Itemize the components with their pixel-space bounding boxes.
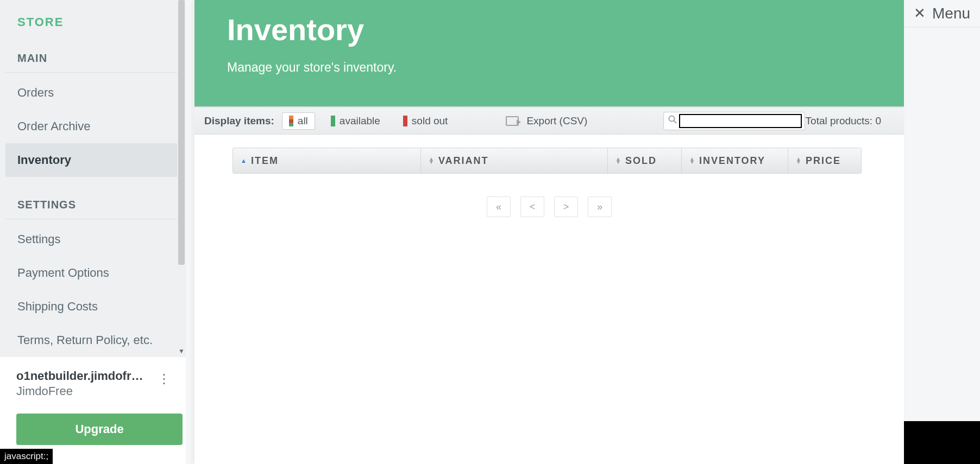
more-options-icon[interactable]: ⋮ (153, 369, 175, 389)
search-input[interactable] (679, 114, 802, 128)
site-plan: JimdoFree (16, 384, 147, 398)
sidebar-scroll: STORE MAIN Orders Order Archive Inventor… (0, 0, 186, 357)
pager-last-button[interactable]: » (588, 196, 612, 217)
svg-line-1 (674, 121, 677, 124)
upgrade-button[interactable]: Upgrade (16, 414, 183, 445)
page-title: Inventory (227, 12, 904, 47)
sidebar-item-payment-options[interactable]: Payment Options (5, 256, 180, 290)
col-inventory-label: INVENTORY (699, 155, 765, 167)
sidebar-scrollbar-down-icon[interactable]: ▼ (177, 347, 186, 356)
pager-first-button[interactable]: « (487, 196, 511, 217)
sidebar-item-terms[interactable]: Terms, Return Policy, etc. (5, 323, 180, 357)
pager-next-button[interactable]: > (554, 196, 578, 217)
col-item-label: ITEM (251, 155, 279, 167)
main-panel: Inventory Manage your store's inventory.… (194, 0, 904, 464)
export-icon (506, 116, 519, 126)
filter-soldout-label: sold out (412, 115, 448, 127)
bottom-right-strip (904, 421, 980, 464)
sidebar-footer: o1netbuilder.jimdofre... JimdoFree ⋮ Upg… (0, 357, 186, 464)
col-price-label: PRICE (806, 155, 841, 167)
svg-point-0 (669, 116, 675, 122)
sidebar: STORE MAIN Orders Order Archive Inventor… (0, 0, 186, 464)
browser-status-bar: javascript:; (0, 449, 53, 464)
sidebar-item-orders[interactable]: Orders (5, 76, 180, 110)
total-products-label: Total products: 0 (806, 115, 881, 127)
filter-all-button[interactable]: all (282, 112, 315, 130)
sort-icon: ▲▼ (615, 157, 622, 164)
sort-icon: ▲▼ (689, 157, 696, 164)
search-wrap (663, 112, 805, 130)
close-icon: ✕ (914, 5, 926, 22)
pager-prev-button[interactable]: < (520, 196, 544, 217)
filter-soldout-button[interactable]: sold out (396, 112, 455, 130)
sidebar-item-settings[interactable]: Settings (5, 223, 180, 256)
col-sold-label: SOLD (625, 155, 657, 167)
sidebar-store-label: STORE (5, 0, 180, 45)
sort-icon: ▲▼ (429, 157, 435, 164)
col-variant[interactable]: ▲▼ VARIANT (421, 148, 608, 173)
filter-all-label: all (298, 115, 308, 127)
col-sold[interactable]: ▲▼ SOLD (608, 148, 682, 173)
col-price[interactable]: ▲▼ PRICE (788, 148, 861, 173)
sidebar-scrollbar[interactable]: ▼ (177, 0, 186, 357)
sidebar-item-order-archive[interactable]: Order Archive (5, 110, 180, 143)
display-items-label: Display items: (204, 115, 274, 127)
col-item[interactable]: ▲ ITEM (233, 148, 421, 173)
filter-soldout-icon (403, 116, 407, 126)
page-hero: Inventory Manage your store's inventory. (194, 0, 904, 106)
filter-available-label: available (340, 115, 380, 127)
sidebar-item-inventory[interactable]: Inventory (5, 143, 180, 177)
filter-all-icon (289, 116, 293, 126)
sidebar-section-main: MAIN (5, 45, 180, 73)
inventory-grid: ▲ ITEM ▲▼ VARIANT ▲▼ SOLD ▲▼ INVENTORY ▲… (233, 148, 862, 174)
filter-available-button[interactable]: available (324, 112, 387, 130)
toolbar: Display items: all available sold out Ex… (194, 106, 904, 135)
sort-asc-icon: ▲ (241, 157, 248, 164)
col-inventory[interactable]: ▲▼ INVENTORY (682, 148, 788, 173)
site-name: o1netbuilder.jimdofre... (16, 369, 147, 383)
export-csv-button[interactable]: Export (CSV) (506, 115, 587, 127)
sidebar-section-settings: SETTINGS (5, 191, 180, 219)
menu-label: Menu (932, 5, 970, 22)
grid-header: ▲ ITEM ▲▼ VARIANT ▲▼ SOLD ▲▼ INVENTORY ▲… (233, 148, 862, 174)
sidebar-item-shipping-costs[interactable]: Shipping Costs (5, 290, 180, 323)
page-subtitle: Manage your store's inventory. (227, 60, 904, 75)
pager: « < > » (194, 196, 904, 217)
sidebar-scrollbar-thumb[interactable] (178, 0, 185, 265)
menu-toggle[interactable]: ✕ Menu (904, 0, 980, 27)
sort-icon: ▲▼ (796, 157, 802, 164)
filter-available-icon (331, 116, 335, 126)
export-label: Export (CSV) (526, 115, 587, 127)
search-icon (668, 115, 677, 126)
col-variant-label: VARIANT (438, 155, 489, 167)
